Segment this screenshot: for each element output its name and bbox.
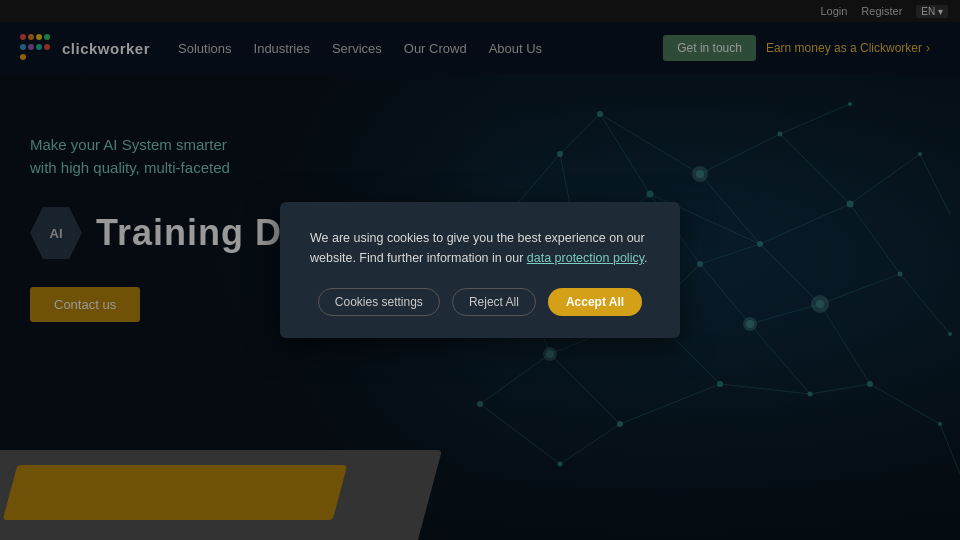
cookie-text: We are using cookies to give you the bes… [310,228,650,268]
cookie-actions: Cookies settings Reject All Accept All [310,288,650,316]
data-protection-link[interactable]: data protection policy [527,251,644,265]
reject-all-button[interactable]: Reject All [452,288,536,316]
cookie-settings-button[interactable]: Cookies settings [318,288,440,316]
cookie-modal: We are using cookies to give you the bes… [280,202,680,338]
cookie-overlay: We are using cookies to give you the bes… [0,0,960,540]
accept-all-button[interactable]: Accept All [548,288,642,316]
